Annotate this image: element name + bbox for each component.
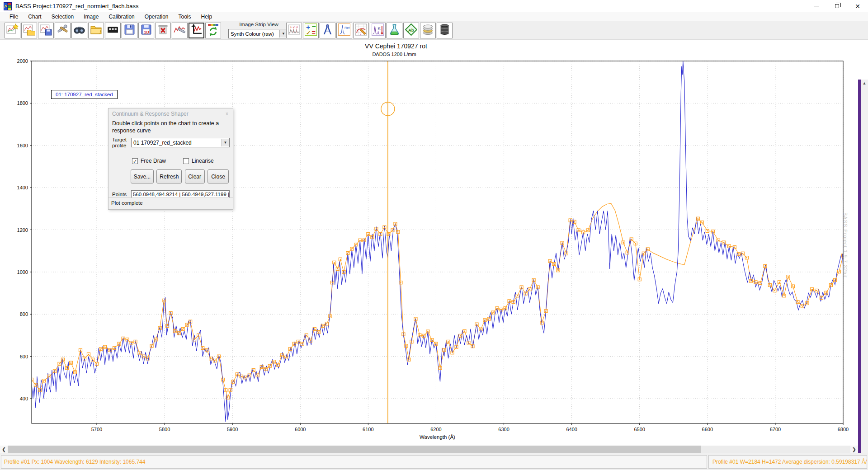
continuum-point (310, 340, 311, 341)
continuum-point (647, 249, 648, 249)
continuum-point (290, 348, 291, 349)
continuum-point (343, 272, 344, 273)
chemistry-flask-button[interactable] (387, 23, 402, 38)
import-image-strip-button[interactable] (105, 23, 121, 38)
y-tick-label: 400 (20, 396, 28, 401)
dialog-close-button[interactable]: x (224, 111, 230, 116)
close-icon: ✕ (855, 3, 860, 9)
x-tick-label: 5900 (227, 427, 238, 432)
continuum-point (178, 333, 179, 334)
menu-item-tools[interactable]: Tools (174, 13, 196, 21)
continuum-point (411, 341, 412, 342)
continuum-point (376, 228, 377, 229)
continuum-point (830, 285, 831, 286)
minimize-button[interactable] (806, 0, 826, 12)
save-profile-chart-button[interactable] (38, 23, 54, 38)
continuum-point (135, 341, 136, 342)
profile-tools-button[interactable] (172, 23, 188, 38)
strip-view-select[interactable]: Synth Colour (raw) ▼ (228, 29, 288, 38)
open-profile-chart-button[interactable] (21, 23, 37, 38)
version-watermark: BASS Project 1.9.7 32bit (843, 212, 848, 278)
vertical-scrollbar[interactable]: ▲ ▼ (858, 80, 868, 470)
continuum-point (155, 339, 156, 340)
continuum-point (783, 295, 784, 296)
menu-item-calibration[interactable]: Calibration (104, 13, 139, 21)
menu-item-chart[interactable]: Chart (23, 13, 46, 21)
barrel-export-button[interactable] (437, 23, 453, 38)
menu-item-operation[interactable]: Operation (140, 13, 174, 21)
continuum-point (583, 232, 584, 233)
continuum-point (249, 375, 250, 376)
continuum-point (468, 342, 469, 343)
scroll-left-icon[interactable]: ❮ (0, 446, 8, 453)
close-button[interactable]: ✕ (847, 0, 868, 12)
delete-profile-button[interactable] (155, 23, 171, 38)
continuum-point (397, 231, 398, 232)
continuum-point (574, 221, 575, 222)
menu-item-selection[interactable]: Selection (47, 13, 79, 21)
continuum-point (627, 252, 628, 253)
scroll-up-icon[interactable]: ▲ (861, 80, 868, 87)
horizontal-scrollbar[interactable]: ❮ ❯ (0, 446, 858, 453)
clear-button[interactable]: Clear (185, 169, 205, 183)
continuum-point (190, 321, 191, 322)
open-folder-button[interactable] (88, 23, 104, 38)
continuum-point (372, 237, 373, 238)
legend-box[interactable]: 01: 170927_red_stacked (51, 90, 118, 99)
target-profile-select[interactable]: 01 170927_red_stacked ▼ (131, 138, 230, 147)
continuum-point (505, 308, 505, 309)
stacked-discs-button[interactable] (420, 23, 436, 38)
continuum-point (282, 355, 283, 356)
profile-maths-button[interactable]: +−✓= (303, 23, 319, 38)
calibration-points-button[interactable]: 1 2 3 (286, 23, 302, 38)
free-draw-checkbox[interactable]: ✓ (132, 158, 138, 164)
refresh-button[interactable]: Refresh (156, 169, 182, 183)
continuum-point (363, 240, 364, 241)
new-profile-chart-button[interactable] (5, 23, 20, 38)
continuum-point (793, 286, 793, 287)
target-profile-value: 01 170927_red_stacked (133, 140, 192, 146)
continuum-point (488, 318, 489, 319)
chevron-down-icon[interactable]: ▼ (222, 139, 229, 146)
vertical-scroll-track[interactable] (861, 80, 868, 470)
y-tick-label: 1200 (17, 227, 28, 233)
save-1d-profile-button[interactable]: 1D (138, 23, 154, 38)
continuum-point (198, 335, 199, 336)
elements-diamond-button[interactable]: Ab (403, 23, 419, 38)
horizontal-scroll-thumb[interactable] (8, 446, 701, 453)
save-project-button[interactable] (122, 23, 137, 38)
browse-binoculars-button[interactable] (71, 23, 87, 38)
continuum-point (760, 282, 761, 283)
measure-compass-icon (321, 24, 334, 38)
continuum-point (408, 359, 409, 360)
plot-1d-axes-button[interactable] (189, 23, 204, 38)
continuum-point (170, 313, 171, 314)
measure-compass-button[interactable] (320, 23, 335, 38)
continuum-point (826, 292, 826, 293)
menu-item-help[interactable]: Help (196, 13, 217, 21)
continuum-point (340, 259, 341, 260)
close-dialog-button[interactable]: Close (208, 169, 229, 183)
menu-item-image[interactable]: Image (79, 13, 104, 21)
continuum-point (460, 335, 461, 336)
project-tools-button[interactable] (55, 23, 71, 38)
linearise-checkbox[interactable] (183, 158, 189, 164)
spectrum-plot[interactable]: 5700580059006000610062006300640065006600… (0, 40, 868, 446)
continuum-shaper-button[interactable] (353, 23, 369, 38)
refresh-plot-icon (207, 24, 219, 38)
restore-button[interactable] (826, 0, 847, 12)
save-button[interactable]: Save... (131, 169, 154, 183)
reference-profile-button[interactable]: Ref (336, 23, 352, 38)
continuum-point (435, 343, 436, 344)
continuum-point (839, 271, 840, 272)
continuum-point (265, 368, 266, 369)
continuum-point (245, 377, 245, 378)
scroll-right-icon[interactable]: ❯ (850, 446, 858, 453)
menu-item-file[interactable]: File (5, 13, 23, 21)
continuum-point (62, 359, 63, 360)
continuum-point (109, 349, 110, 350)
refresh-plot-button[interactable] (205, 23, 221, 38)
line-identify-k-button[interactable]: K (370, 23, 386, 38)
continuum-point (698, 218, 698, 219)
continuum-point (318, 332, 319, 333)
